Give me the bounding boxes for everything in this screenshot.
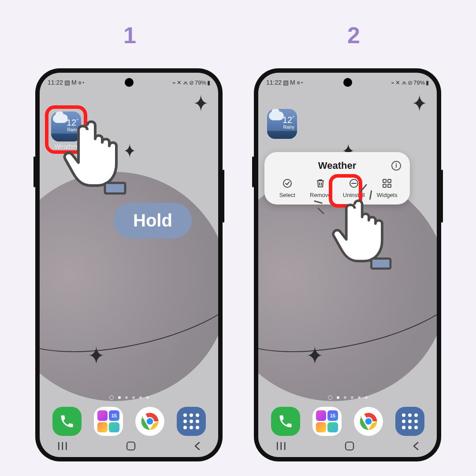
popup-action-label: Widgets (377, 192, 398, 198)
picture-icon: ▧ (283, 79, 289, 86)
dock-gallery-app[interactable]: 15 (312, 407, 342, 436)
nav-home-button[interactable] (126, 441, 136, 453)
sparkle-icon: ✦ (307, 343, 323, 368)
svg-rect-12 (383, 184, 386, 187)
dock-phone-app[interactable] (52, 407, 82, 436)
svg-rect-3 (58, 442, 60, 450)
page-indicator[interactable] (40, 396, 218, 400)
svg-rect-20 (346, 442, 353, 450)
dock-phone-app[interactable] (271, 407, 300, 436)
wifi-icon: ⩕ (182, 79, 188, 86)
dock-apps-button[interactable] (395, 407, 424, 436)
page-dot[interactable] (132, 396, 135, 399)
svg-rect-17 (277, 442, 278, 450)
svg-rect-5 (66, 442, 67, 450)
sparkle-icon: ✦ (193, 92, 208, 115)
weather-condition: Rainy (283, 125, 294, 130)
bluetooth-icon: ⌁ (391, 79, 394, 86)
nav-bar (276, 440, 419, 454)
page-dot[interactable] (365, 396, 368, 399)
chrome-icon (137, 409, 163, 434)
svg-rect-4 (62, 442, 63, 450)
page-dot[interactable] (344, 396, 346, 399)
page-dot[interactable] (146, 396, 149, 399)
page-dot[interactable] (351, 396, 353, 399)
wifi-icon: ⩕ (401, 79, 407, 86)
chrome-icon (356, 409, 381, 434)
nav-bar (57, 440, 201, 454)
svg-point-2 (146, 418, 153, 425)
phone-icon (59, 413, 75, 429)
mute-icon: ✕ (395, 79, 400, 86)
no-sim-icon: ⊘ (189, 79, 194, 86)
page-dot-home[interactable] (109, 395, 114, 400)
svg-rect-6 (127, 442, 135, 450)
no-sim-icon: ⊘ (408, 79, 413, 86)
dock-chrome-app[interactable] (354, 407, 383, 436)
apps-grid-icon (183, 413, 199, 429)
svg-rect-18 (281, 442, 282, 450)
popup-title: Weather (318, 160, 356, 171)
page-dot[interactable] (139, 396, 142, 399)
battery-icon: ▮ (207, 79, 210, 86)
dock: 15 (40, 407, 218, 436)
battery-text: 79% (413, 79, 425, 86)
page-dot[interactable] (125, 396, 128, 399)
weather-app-icon[interactable]: 12° Rainy (267, 109, 297, 139)
highlight-ring (45, 105, 87, 154)
gmail-icon: M (71, 79, 77, 86)
page-dot[interactable] (118, 396, 121, 399)
nav-back-button[interactable] (412, 442, 419, 453)
status-bar: 11:22 ▧ M ⊚ • ⌁ ✕ ⩕ ⊘ 79% ▮ (266, 77, 429, 88)
gallery-icon: 15 (316, 410, 338, 432)
cloud-icon (269, 112, 284, 120)
select-icon (282, 178, 293, 189)
tap-effect-icon (316, 188, 361, 223)
gallery-icon: 15 (97, 410, 119, 432)
phone-icon (278, 413, 294, 429)
popup-select-button[interactable]: Select (271, 178, 303, 198)
weather-sea (267, 131, 297, 139)
svg-rect-19 (284, 442, 286, 450)
bluetooth-icon: ⌁ (172, 79, 176, 86)
page-dot-home[interactable] (328, 395, 332, 400)
nav-recents-button[interactable] (276, 442, 286, 452)
settings-dot-icon: ⊚ • (297, 80, 303, 85)
status-bar: 11:22 ▧ M ⊚ • ⌁ ✕ ⩕ ⊘ 79% ▮ (48, 77, 210, 88)
dock-chrome-app[interactable] (135, 407, 164, 436)
battery-icon: ▮ (426, 79, 429, 86)
svg-rect-11 (388, 179, 391, 182)
step-number-1: 1 (123, 22, 136, 48)
phone-mockup-1: ✦ ✦ ✦ 11:22 ▧ M ⊚ • ⌁ ✕ ⩕ ⊘ 79% ▮ (35, 68, 223, 461)
apps-grid-icon (402, 413, 418, 429)
popup-widgets-button[interactable]: Widgets (371, 178, 403, 198)
status-time: 11:22 (48, 79, 63, 86)
nav-home-button[interactable] (345, 441, 354, 453)
nav-recents-button[interactable] (57, 442, 68, 452)
settings-dot-icon: ⊚ • (78, 80, 84, 85)
page-dot[interactable] (358, 396, 361, 399)
picture-icon: ▧ (64, 79, 70, 86)
mute-icon: ✕ (177, 79, 182, 86)
home-screen[interactable]: ✦ ✦ ✦ 11:22 ▧ M ⊚ • ⌁ ✕ ⩕ ⊘ 79% ▮ 12° (258, 73, 437, 457)
sparkle-icon: ✦ (412, 92, 427, 115)
page-dot[interactable] (337, 396, 339, 399)
battery-text: 79% (195, 79, 206, 86)
dock-apps-button[interactable] (177, 407, 206, 436)
info-icon[interactable]: i (391, 161, 401, 171)
popup-action-label: Select (279, 192, 295, 198)
svg-rect-13 (388, 184, 391, 187)
gmail-icon: M (290, 79, 295, 86)
page-indicator[interactable] (258, 396, 437, 400)
svg-point-16 (365, 418, 372, 425)
home-screen[interactable]: ✦ ✦ ✦ 11:22 ▧ M ⊚ • ⌁ ✕ ⩕ ⊘ 79% ▮ (40, 73, 218, 457)
phone-mockup-2: ✦ ✦ ✦ 11:22 ▧ M ⊚ • ⌁ ✕ ⩕ ⊘ 79% ▮ 12° (254, 68, 441, 461)
dock: 15 (258, 407, 437, 436)
sparkle-icon: ✦ (88, 343, 104, 368)
widgets-icon (381, 178, 393, 189)
sparkle-icon: ✦ (123, 141, 136, 160)
nav-back-button[interactable] (193, 442, 201, 453)
step-number-2: 2 (347, 22, 360, 48)
dock-gallery-app[interactable]: 15 (94, 407, 123, 436)
trash-icon (315, 178, 326, 189)
